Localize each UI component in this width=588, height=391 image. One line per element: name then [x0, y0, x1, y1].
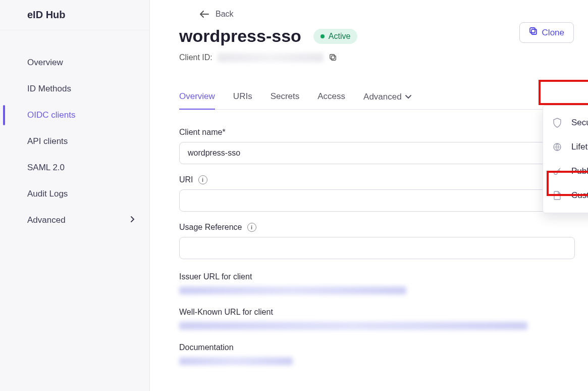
issuer-url-value-redacted — [179, 286, 406, 295]
svg-rect-3 — [330, 55, 335, 59]
main-content: Back wordpress-sso Active Clone Client I… — [150, 0, 588, 391]
globe-icon — [552, 142, 562, 152]
overview-form: Client name* URI i Usage Reference i Iss… — [179, 128, 575, 365]
tab-secrets[interactable]: Secrets — [271, 87, 300, 109]
sidebar-item-label: OIDC clients — [27, 110, 75, 120]
document-icon — [552, 190, 562, 201]
tab-overview[interactable]: Overview — [179, 87, 215, 110]
arrow-left-icon — [199, 9, 209, 19]
dropdown-item-label: Lifetimes — [571, 142, 588, 152]
advanced-dropdown: Security Lifetimes Public keys Custom cl… — [543, 105, 588, 213]
sidebar-item-label: ID Methods — [27, 84, 71, 94]
clone-label: Clone — [542, 28, 564, 38]
sidebar-item-label: Advanced — [27, 215, 66, 225]
tab-uris[interactable]: URIs — [233, 87, 252, 109]
sidebar-item-label: Overview — [27, 58, 63, 68]
key-icon — [552, 166, 562, 176]
sidebar-item-oidc-clients[interactable]: OIDC clients — [0, 102, 149, 128]
tab-advanced[interactable]: Advanced — [363, 87, 412, 109]
client-name-label: Client name* — [179, 128, 575, 137]
tabs: Overview URIs Secrets Access Advanced — [179, 87, 575, 110]
client-name-input[interactable] — [179, 142, 575, 164]
uri-label: URI — [179, 175, 193, 184]
back-label: Back — [216, 10, 234, 19]
sidebar-item-advanced[interactable]: Advanced — [0, 207, 149, 233]
dropdown-item-label: Public keys — [571, 166, 588, 176]
chevron-down-icon — [405, 92, 412, 102]
issuer-url-label: Issuer URL for client — [179, 272, 575, 281]
usage-reference-input[interactable] — [179, 237, 575, 259]
sidebar-item-id-methods[interactable]: ID Methods — [0, 76, 149, 102]
client-id-value-redacted — [218, 53, 324, 62]
info-icon[interactable]: i — [198, 175, 207, 184]
documentation-label: Documentation — [179, 343, 575, 352]
svg-rect-0 — [531, 29, 537, 34]
dropdown-item-public-keys[interactable]: Public keys — [543, 159, 588, 183]
back-link[interactable]: Back — [199, 9, 575, 19]
brand-title: eID Hub — [0, 0, 149, 30]
dropdown-item-security[interactable]: Security — [543, 111, 588, 135]
usage-reference-label: Usage Reference — [179, 223, 242, 232]
dropdown-item-custom-claims[interactable]: Custom claims — [543, 183, 588, 208]
sidebar-item-saml[interactable]: SAML 2.0 — [0, 155, 149, 181]
page-title: wordpress-sso — [179, 26, 301, 46]
status-label: Active — [329, 32, 351, 41]
tab-label: Advanced — [363, 92, 402, 102]
wellknown-url-label: Well-Known URL for client — [179, 308, 575, 317]
shield-icon — [552, 118, 562, 128]
svg-rect-2 — [331, 56, 336, 60]
copy-client-id-button[interactable] — [329, 53, 338, 62]
info-icon[interactable]: i — [247, 223, 256, 232]
svg-rect-1 — [530, 28, 535, 33]
wellknown-url-value-redacted — [179, 322, 527, 330]
sidebar-item-label: Audit Logs — [27, 189, 68, 199]
dropdown-item-label: Security — [571, 118, 588, 128]
chevron-right-icon — [130, 215, 135, 225]
clone-button[interactable]: Clone — [519, 22, 574, 43]
sidebar-item-audit-logs[interactable]: Audit Logs — [0, 181, 149, 207]
sidebar-item-overview[interactable]: Overview — [0, 50, 149, 76]
status-dot-icon — [320, 34, 325, 38]
tab-access[interactable]: Access — [317, 87, 345, 109]
sidebar: eID Hub Overview ID Methods OIDC clients… — [0, 0, 150, 391]
client-id-label: Client ID: — [179, 53, 212, 62]
sidebar-item-label: API clients — [27, 136, 68, 146]
sidebar-item-label: SAML 2.0 — [27, 163, 65, 173]
dropdown-item-lifetimes[interactable]: Lifetimes — [543, 135, 588, 159]
status-badge: Active — [313, 29, 358, 44]
documentation-value-redacted — [179, 357, 293, 365]
sidebar-item-api-clients[interactable]: API clients — [0, 128, 149, 155]
copy-icon — [529, 27, 538, 38]
sidebar-nav: Overview ID Methods OIDC clients API cli… — [0, 30, 149, 233]
dropdown-item-label: Custom claims — [571, 190, 588, 201]
uri-input[interactable] — [179, 189, 575, 212]
